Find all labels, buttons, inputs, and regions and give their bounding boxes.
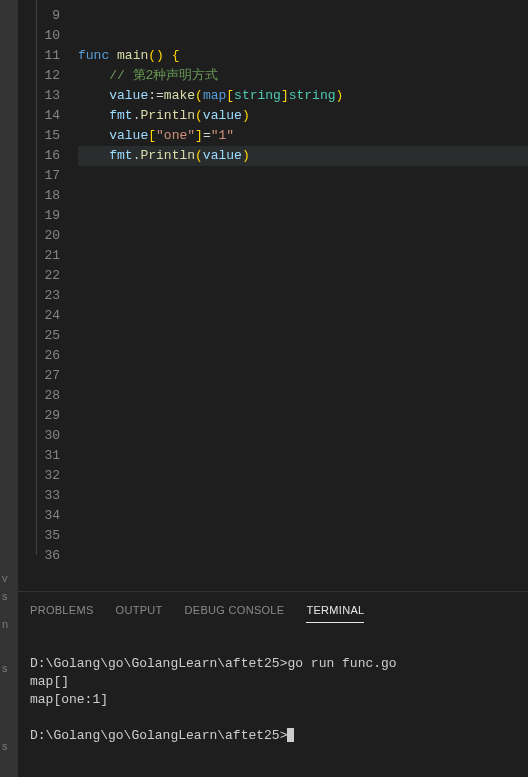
code-line[interactable] — [78, 226, 528, 246]
code-token: ] — [195, 128, 203, 143]
code-line[interactable] — [78, 186, 528, 206]
code-token — [78, 148, 109, 163]
code-token — [164, 48, 172, 63]
terminal-content[interactable]: D:\Golang\go\GolangLearn\aftet25>go run … — [18, 623, 528, 777]
code-line[interactable] — [78, 446, 528, 466]
panel-tab-debug-console[interactable]: DEBUG CONSOLE — [185, 600, 285, 623]
line-number: 10 — [18, 26, 60, 46]
code-line[interactable]: // 第2种声明方式 — [78, 66, 528, 86]
bottom-panel: PROBLEMSOUTPUTDEBUG CONSOLETERMINAL D:\G… — [18, 591, 528, 777]
code-line[interactable]: value["one"]="1" — [78, 126, 528, 146]
code-line[interactable] — [78, 326, 528, 346]
line-gutter: 9101112131415161718192021222324252627282… — [18, 0, 78, 591]
code-token: [ — [148, 128, 156, 143]
code-token: ) — [242, 148, 250, 163]
code-line[interactable] — [78, 206, 528, 226]
line-number: 11 — [18, 46, 60, 66]
code-token: fmt — [109, 148, 132, 163]
code-token: [ — [226, 88, 234, 103]
line-number: 26 — [18, 346, 60, 366]
code-line[interactable] — [78, 6, 528, 26]
code-token: Println — [140, 148, 195, 163]
code-token: value — [109, 88, 148, 103]
code-token: string — [289, 88, 336, 103]
code-line[interactable] — [78, 486, 528, 506]
code-token: { — [172, 48, 180, 63]
activity-hint: n — [2, 618, 8, 630]
line-number: 25 — [18, 326, 60, 346]
code-line[interactable]: func main() { — [78, 46, 528, 66]
code-line[interactable] — [78, 406, 528, 426]
editor-area[interactable]: 9101112131415161718192021222324252627282… — [18, 0, 528, 591]
code-token: () — [148, 48, 164, 63]
code-token: ( — [195, 88, 203, 103]
line-number: 19 — [18, 206, 60, 226]
code-token: ( — [195, 108, 203, 123]
line-number: 15 — [18, 126, 60, 146]
line-number: 22 — [18, 266, 60, 286]
line-number: 30 — [18, 426, 60, 446]
line-number: 16 — [18, 146, 60, 166]
line-number: 23 — [18, 286, 60, 306]
code-line[interactable] — [78, 386, 528, 406]
code-token — [78, 88, 109, 103]
line-number: 24 — [18, 306, 60, 326]
code-token: map — [203, 88, 226, 103]
line-number: 12 — [18, 66, 60, 86]
code-token: ) — [242, 108, 250, 123]
code-line[interactable] — [78, 526, 528, 546]
code-token: value — [203, 148, 242, 163]
main-area: 9101112131415161718192021222324252627282… — [18, 0, 528, 777]
line-number: 31 — [18, 446, 60, 466]
code-token — [109, 48, 117, 63]
code-token — [78, 108, 109, 123]
code-line[interactable] — [78, 26, 528, 46]
code-line[interactable] — [78, 506, 528, 526]
terminal-line — [30, 709, 516, 727]
line-number: 18 — [18, 186, 60, 206]
terminal-line: D:\Golang\go\GolangLearn\aftet25> — [30, 727, 516, 745]
activity-bar: vsnss — [0, 0, 18, 777]
panel-tab-output[interactable]: OUTPUT — [116, 600, 163, 623]
line-number: 9 — [18, 6, 60, 26]
code-token: ( — [195, 148, 203, 163]
gutter-border — [36, 0, 37, 555]
code-line[interactable] — [78, 266, 528, 286]
code-token: ] — [281, 88, 289, 103]
code-token: Println — [140, 108, 195, 123]
line-number: 32 — [18, 466, 60, 486]
code-line[interactable] — [78, 366, 528, 386]
code-line[interactable] — [78, 166, 528, 186]
activity-hint: s — [2, 662, 8, 674]
code-line[interactable] — [78, 306, 528, 326]
code-line[interactable] — [78, 246, 528, 266]
code-line[interactable] — [78, 286, 528, 306]
line-number: 20 — [18, 226, 60, 246]
line-number: 14 — [18, 106, 60, 126]
code-line[interactable] — [78, 546, 528, 566]
line-number: 21 — [18, 246, 60, 266]
activity-hint: s — [2, 590, 8, 602]
code-line[interactable]: fmt.Println(value) — [78, 146, 528, 166]
panel-tab-problems[interactable]: PROBLEMS — [30, 600, 94, 623]
code-token — [78, 68, 109, 83]
code-line[interactable]: value:=make(map[string]string) — [78, 86, 528, 106]
code-content[interactable]: func main() { // 第2种声明方式 value:=make(map… — [78, 0, 528, 591]
line-number: 29 — [18, 406, 60, 426]
terminal-line: D:\Golang\go\GolangLearn\aftet25>go run … — [30, 655, 516, 673]
code-token: fmt — [109, 108, 132, 123]
terminal-line — [30, 637, 516, 655]
code-token: make — [164, 88, 195, 103]
code-token: = — [203, 128, 211, 143]
line-number: 17 — [18, 166, 60, 186]
code-token: // 第2种声明方式 — [109, 68, 218, 83]
code-line[interactable] — [78, 426, 528, 446]
code-line[interactable] — [78, 346, 528, 366]
code-token: func — [78, 48, 109, 63]
line-number: 36 — [18, 546, 60, 566]
panel-tab-terminal[interactable]: TERMINAL — [306, 600, 364, 623]
code-line[interactable] — [78, 466, 528, 486]
code-line[interactable]: fmt.Println(value) — [78, 106, 528, 126]
line-number: 27 — [18, 366, 60, 386]
code-token: value — [203, 108, 242, 123]
